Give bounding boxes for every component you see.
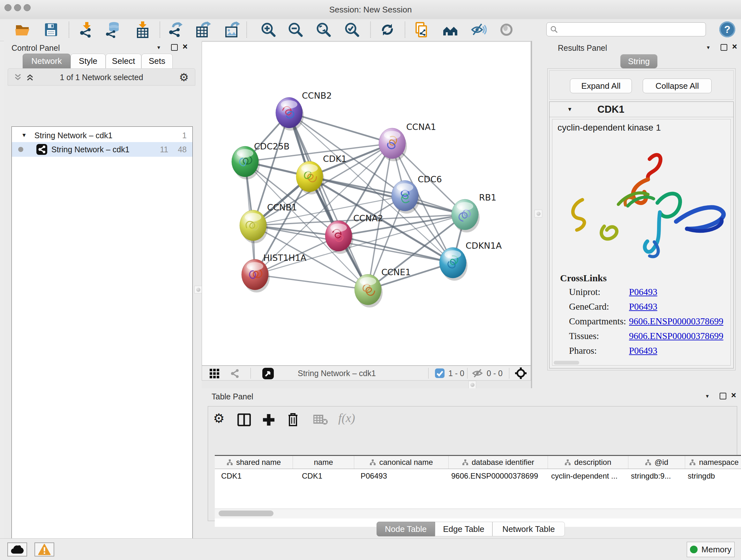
search-input[interactable] xyxy=(546,22,706,37)
collapse-all-button[interactable]: Collapse All xyxy=(643,78,712,93)
crosslinks-title: CrossLinks xyxy=(560,273,607,284)
crosslink-genecard-link[interactable]: P06493 xyxy=(629,301,657,312)
first-neighbors-button[interactable] xyxy=(441,21,459,39)
export-image-button[interactable] xyxy=(223,21,241,39)
cell-id[interactable]: stringdb:9... xyxy=(628,469,685,483)
left-splitter-handle[interactable] xyxy=(194,286,202,294)
function-builder-button[interactable]: f(x) xyxy=(338,411,355,425)
zoom-selected-button[interactable] xyxy=(343,21,361,39)
selected-checkbox-icon[interactable] xyxy=(435,368,445,378)
horizontal-splitter-handle[interactable] xyxy=(468,381,476,388)
column-type-icon xyxy=(226,459,233,465)
tab-style[interactable]: Style xyxy=(71,54,106,68)
refresh-view-button[interactable] xyxy=(379,21,396,39)
warning-status-button[interactable] xyxy=(35,543,54,557)
help-button[interactable]: ? xyxy=(719,21,735,37)
tab-string[interactable]: String xyxy=(620,54,657,68)
birds-eye-crosshair-icon[interactable] xyxy=(515,367,527,379)
crosslink-tissues-link[interactable]: 9606.ENSP00000378699 xyxy=(629,331,724,341)
cell-canonical-name[interactable]: P06493 xyxy=(354,469,449,483)
gene-expander-icon[interactable]: ▼ xyxy=(567,106,572,113)
cell-description[interactable]: cyclin-dependent ... xyxy=(548,469,628,483)
control-panel-close-icon[interactable]: × xyxy=(183,44,188,50)
cell-namespace[interactable]: stringdb xyxy=(685,469,741,483)
column-header-database-identifier[interactable]: database identifier xyxy=(449,456,548,469)
column-header-canonical-name[interactable]: canonical name xyxy=(354,456,449,469)
cell-shared-name[interactable]: CDK1 xyxy=(215,469,293,483)
string-import-button[interactable] xyxy=(413,21,431,39)
tab-node-table[interactable]: Node Table xyxy=(377,522,435,537)
hide-selected-button[interactable] xyxy=(469,21,487,39)
import-table-button[interactable] xyxy=(134,21,151,39)
network-selection-status: 1 of 1 Network selected xyxy=(8,73,195,82)
node-label-CCNA1: CCNA1 xyxy=(406,122,436,132)
zoom-in-button[interactable] xyxy=(259,21,277,39)
crosslink-label: Pharos: xyxy=(569,346,597,356)
delete-column-icon[interactable] xyxy=(286,412,299,427)
tab-edge-table[interactable]: Edge Table xyxy=(435,522,492,537)
show-columns-icon[interactable] xyxy=(238,414,251,426)
tab-network[interactable]: Network xyxy=(23,54,71,68)
import-network-button[interactable] xyxy=(77,21,95,39)
section-scrollbar-thumb[interactable] xyxy=(554,361,579,365)
add-column-icon[interactable] xyxy=(262,413,276,427)
open-session-button[interactable] xyxy=(13,21,31,39)
network-options-gear-icon[interactable]: ⚙ xyxy=(179,71,189,84)
toolbar-separator xyxy=(69,22,69,38)
results-panel-float-icon[interactable] xyxy=(721,44,727,51)
column-type-icon xyxy=(564,459,571,465)
delete-table-icon[interactable] xyxy=(313,414,328,425)
import-table-icon xyxy=(134,21,151,38)
control-panel-float-icon[interactable] xyxy=(171,44,178,51)
table-scrollbar[interactable] xyxy=(215,509,741,518)
cloud-status-button[interactable] xyxy=(7,543,27,557)
column-type-icon xyxy=(689,459,696,465)
column-header-name[interactable]: name xyxy=(293,456,354,469)
tab-select[interactable]: Select xyxy=(106,54,141,68)
import-network-from-database-button[interactable] xyxy=(105,21,122,39)
crosslink-uniprot-link[interactable]: P06493 xyxy=(629,287,657,297)
memory-button[interactable]: Memory xyxy=(687,542,735,557)
network-node-count: 11 xyxy=(160,145,168,154)
table-scrollbar-thumb[interactable] xyxy=(219,510,273,516)
save-icon xyxy=(43,21,59,38)
cell-name[interactable]: CDK1 xyxy=(293,469,354,483)
network-row-selected[interactable]: String Network – cdk1 11 48 xyxy=(12,142,192,157)
zoom-out-button[interactable] xyxy=(286,21,305,39)
control-panel-menu-arrow-icon[interactable]: ▼ xyxy=(156,45,161,50)
save-session-button[interactable] xyxy=(42,21,60,39)
show-all-button[interactable] xyxy=(497,21,515,39)
crosslink-pharos-link[interactable]: P06493 xyxy=(629,346,657,356)
expand-all-button[interactable]: Expand All xyxy=(570,78,632,93)
navigator-icon[interactable] xyxy=(262,368,274,380)
cell-database-identifier[interactable]: 9606.ENSP00000378699 xyxy=(449,469,548,483)
hidden-eye-slash-icon[interactable] xyxy=(472,368,483,378)
tab-sets[interactable]: Sets xyxy=(141,54,173,68)
share-view-icon[interactable] xyxy=(229,368,240,379)
column-header-shared-name[interactable]: shared name xyxy=(215,456,293,469)
results-panel-close-icon[interactable]: × xyxy=(732,44,737,50)
results-panel-menu-arrow-icon[interactable]: ▼ xyxy=(706,45,711,50)
export-network-button[interactable] xyxy=(167,21,185,39)
table-panel-title: Table Panel xyxy=(212,392,253,401)
gene-section-header[interactable]: ▼ CDK1 xyxy=(549,102,733,117)
table-panel-menu-arrow-icon[interactable]: ▼ xyxy=(705,393,710,399)
table-panel-float-icon[interactable] xyxy=(720,393,726,399)
column-header-description[interactable]: description xyxy=(548,456,628,469)
export-table-button[interactable] xyxy=(194,21,212,39)
collection-expander-icon[interactable]: ▼ xyxy=(21,132,27,138)
network-graph[interactable]: CCNB2CCNA1CDC25BCDK1CDC6RB1CCNB1CCNA2CDK… xyxy=(202,42,531,365)
zoom-fit-button[interactable] xyxy=(315,21,333,39)
crosslink-compartments-link[interactable]: 9606.ENSP00000378699 xyxy=(629,316,724,327)
table-gear-icon[interactable]: ⚙ xyxy=(213,411,225,426)
title-bar: Session: New Session xyxy=(0,0,741,19)
table-row[interactable]: CDK1 CDK1 P06493 9606.ENSP00000378699 cy… xyxy=(215,469,741,483)
grid-view-icon[interactable] xyxy=(210,369,219,378)
column-header-namespace[interactable]: namespace xyxy=(685,456,741,469)
network-collection-row[interactable]: ▼ String Network – cdk1 1 xyxy=(12,128,192,143)
tab-network-table[interactable]: Network Table xyxy=(492,522,565,537)
results-splitter-handle[interactable] xyxy=(535,210,542,217)
network-view-canvas[interactable]: CCNB2CCNA1CDC25BCDK1CDC6RB1CCNB1CCNA2CDK… xyxy=(202,42,531,366)
column-header-id[interactable]: @id xyxy=(628,456,685,469)
table-panel-close-icon[interactable]: × xyxy=(731,392,736,398)
